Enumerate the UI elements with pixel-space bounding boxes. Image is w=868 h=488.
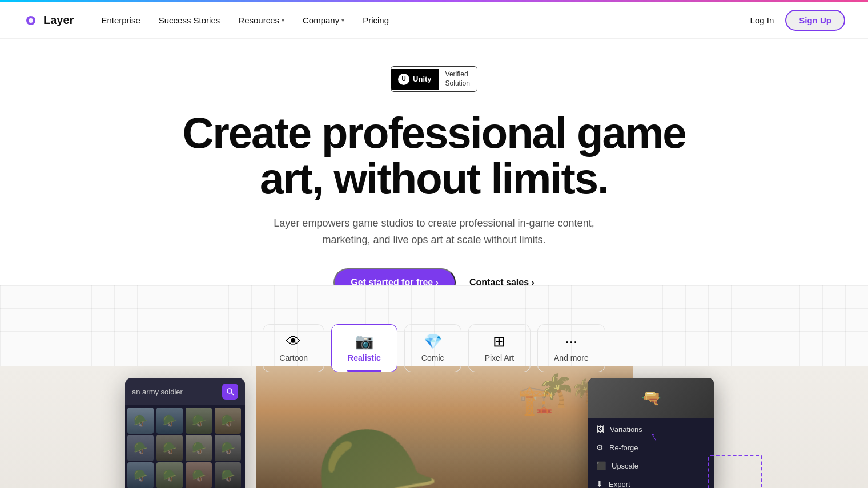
unity-badge-right: Verified Solution bbox=[439, 67, 477, 91]
company-chevron-icon: ▾ bbox=[341, 17, 344, 23]
action-list: 🖼 Variations ⚙ Re-forge ⬛ Upscale ⬇ Expo… bbox=[588, 418, 714, 488]
demo-area: an army soldier bbox=[0, 366, 868, 488]
hero-title: Create professional game art, without li… bbox=[177, 110, 691, 201]
variations-icon: 🖼 bbox=[596, 425, 604, 434]
tab-more[interactable]: ··· And more bbox=[537, 324, 605, 372]
resources-chevron-icon: ▾ bbox=[282, 17, 284, 23]
export-icon: ⬇ bbox=[596, 479, 603, 488]
cartoon-label: Cartoon bbox=[279, 353, 308, 362]
tab-pixel-art[interactable]: ⊞ Pixel Art bbox=[468, 324, 531, 372]
nav-success-stories[interactable]: Success Stories bbox=[159, 15, 220, 25]
unity-logo-icon: U bbox=[398, 74, 409, 85]
nav-resources[interactable]: Resources ▾ bbox=[238, 15, 284, 25]
grid-cell[interactable] bbox=[127, 435, 154, 461]
export-action[interactable]: ⬇ Export bbox=[588, 475, 714, 488]
reforge-icon: ⚙ bbox=[596, 443, 604, 452]
nav-actions: Log In Sign Up bbox=[750, 10, 845, 31]
signup-button[interactable]: Sign Up bbox=[785, 10, 845, 31]
search-bar: an army soldier bbox=[125, 378, 245, 405]
cartoon-icon: 👁 bbox=[286, 334, 301, 349]
nav-company[interactable]: Company ▾ bbox=[303, 15, 344, 25]
hero-subtitle: Layer empowers game studios to create pr… bbox=[263, 215, 605, 248]
pixel-art-icon: ⊞ bbox=[493, 334, 505, 349]
svg-point-2 bbox=[227, 389, 232, 393]
search-icon bbox=[226, 388, 234, 396]
grid-cell[interactable] bbox=[186, 435, 212, 461]
pixel-art-label: Pixel Art bbox=[485, 353, 514, 362]
svg-point-1 bbox=[29, 18, 33, 23]
tab-comic[interactable]: 💎 Comic bbox=[404, 324, 461, 372]
unity-badge-left: U Unity bbox=[391, 69, 439, 90]
comic-icon: 💎 bbox=[424, 334, 442, 349]
search-submit-button[interactable] bbox=[222, 384, 238, 400]
more-icon: ··· bbox=[565, 334, 578, 349]
logo-text: Layer bbox=[43, 14, 74, 27]
tab-cartoon[interactable]: 👁 Cartoon bbox=[263, 324, 324, 372]
tab-realistic[interactable]: 📷 Realistic bbox=[331, 324, 397, 372]
gun-icon: 🔫 bbox=[641, 389, 661, 408]
left-search-panel: an army soldier bbox=[125, 378, 245, 488]
grid-cell[interactable] bbox=[156, 435, 183, 461]
realistic-icon: 📷 bbox=[355, 334, 373, 349]
nav-links: Enterprise Success Stories Resources ▾ C… bbox=[101, 15, 750, 25]
nav-pricing[interactable]: Pricing bbox=[363, 15, 389, 25]
logo-area[interactable]: Layer bbox=[23, 13, 74, 29]
active-tab-indicator bbox=[347, 370, 381, 372]
unity-badge-left-text: Unity bbox=[413, 75, 432, 83]
panel-thumbnail: 🔫 bbox=[588, 378, 714, 418]
grid-cell[interactable] bbox=[156, 408, 183, 434]
upscale-icon: ⬛ bbox=[596, 461, 606, 470]
grid-cell[interactable] bbox=[215, 462, 241, 488]
reforge-action[interactable]: ⚙ Re-forge bbox=[588, 438, 714, 457]
search-field[interactable]: an army soldier bbox=[132, 388, 218, 396]
more-label: And more bbox=[554, 353, 589, 362]
login-button[interactable]: Log In bbox=[750, 15, 774, 25]
atmosphere-overlay bbox=[256, 366, 633, 488]
upscale-action[interactable]: ⬛ Upscale bbox=[588, 457, 714, 475]
grid-cell[interactable] bbox=[186, 462, 212, 488]
nav-enterprise[interactable]: Enterprise bbox=[101, 15, 140, 25]
hero-main-image: 🌴 🌴 🏗️ 🪖 🪖 bbox=[256, 366, 633, 488]
grid-cell[interactable] bbox=[186, 408, 212, 434]
grid-cell[interactable] bbox=[215, 408, 241, 434]
selection-rectangle bbox=[708, 455, 762, 488]
grid-cell[interactable] bbox=[127, 462, 154, 488]
style-tabs: 👁 Cartoon 📷 Realistic 💎 Comic ⊞ Pixel Ar… bbox=[23, 324, 845, 372]
grid-cell[interactable] bbox=[127, 408, 154, 434]
realistic-label: Realistic bbox=[348, 353, 381, 362]
comic-label: Comic bbox=[421, 353, 444, 362]
unity-badge: U Unity Verified Solution bbox=[391, 66, 477, 92]
grid-cell[interactable] bbox=[215, 435, 241, 461]
grid-cell[interactable] bbox=[156, 462, 183, 488]
svg-line-3 bbox=[232, 393, 234, 395]
layer-logo-icon bbox=[23, 13, 39, 29]
image-grid bbox=[125, 405, 245, 488]
navbar: Layer Enterprise Success Stories Resourc… bbox=[0, 2, 868, 39]
